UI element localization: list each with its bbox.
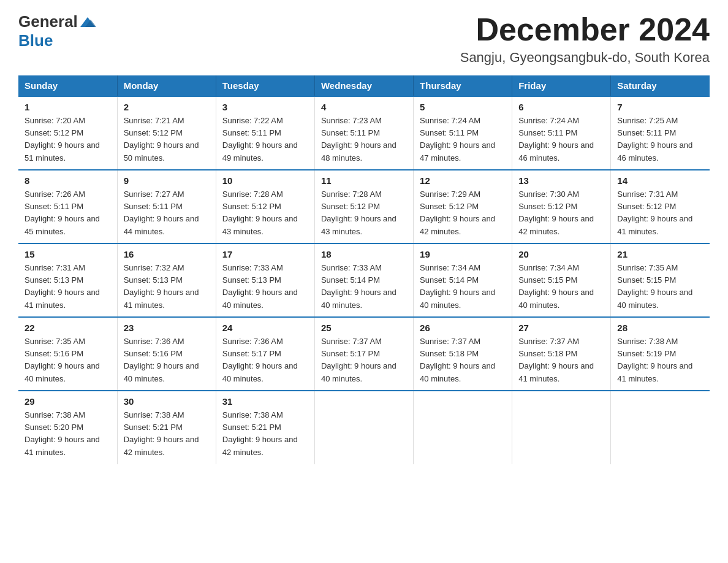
calendar-cell: 26 Sunrise: 7:37 AM Sunset: 5:18 PM Dayl… <box>414 317 512 391</box>
title-area: December 2024 Sangju, Gyeongsangbuk-do, … <box>460 12 710 66</box>
day-number: 28 <box>617 323 703 333</box>
col-sunday: Sunday <box>18 75 117 96</box>
calendar-cell: 30 Sunrise: 7:38 AM Sunset: 5:21 PM Dayl… <box>117 391 216 464</box>
day-number: 21 <box>617 249 703 259</box>
calendar-body: 1 Sunrise: 7:20 AM Sunset: 5:12 PM Dayli… <box>18 96 710 464</box>
calendar-cell: 13 Sunrise: 7:30 AM Sunset: 5:12 PM Dayl… <box>512 170 611 243</box>
calendar-cell: 8 Sunrise: 7:26 AM Sunset: 5:11 PM Dayli… <box>18 170 117 243</box>
col-thursday: Thursday <box>414 75 512 96</box>
day-info: Sunrise: 7:37 AM Sunset: 5:17 PM Dayligh… <box>321 335 407 385</box>
calendar-cell: 4 Sunrise: 7:23 AM Sunset: 5:11 PM Dayli… <box>314 96 413 170</box>
calendar-cell: 12 Sunrise: 7:29 AM Sunset: 5:12 PM Dayl… <box>414 170 512 243</box>
calendar-cell: 23 Sunrise: 7:36 AM Sunset: 5:16 PM Dayl… <box>117 317 216 391</box>
day-number: 2 <box>124 102 210 112</box>
day-number: 31 <box>222 396 308 407</box>
calendar-cell: 19 Sunrise: 7:34 AM Sunset: 5:14 PM Dayl… <box>414 243 512 317</box>
calendar-cell: 9 Sunrise: 7:27 AM Sunset: 5:11 PM Dayli… <box>117 170 216 243</box>
main-title: December 2024 <box>460 12 710 47</box>
calendar-week-5: 29 Sunrise: 7:38 AM Sunset: 5:20 PM Dayl… <box>18 391 710 464</box>
day-info: Sunrise: 7:28 AM Sunset: 5:12 PM Dayligh… <box>222 188 308 238</box>
day-number: 12 <box>420 175 506 186</box>
calendar-cell: 5 Sunrise: 7:24 AM Sunset: 5:11 PM Dayli… <box>414 96 512 170</box>
col-wednesday: Wednesday <box>314 75 413 96</box>
calendar-cell: 3 Sunrise: 7:22 AM Sunset: 5:11 PM Dayli… <box>216 96 314 170</box>
day-number: 4 <box>321 102 407 112</box>
day-info: Sunrise: 7:36 AM Sunset: 5:16 PM Dayligh… <box>124 335 210 385</box>
day-info: Sunrise: 7:24 AM Sunset: 5:11 PM Dayligh… <box>420 115 506 164</box>
calendar-cell: 16 Sunrise: 7:32 AM Sunset: 5:13 PM Dayl… <box>117 243 216 317</box>
day-info: Sunrise: 7:30 AM Sunset: 5:12 PM Dayligh… <box>518 188 604 238</box>
day-number: 19 <box>420 249 506 259</box>
calendar-header: Sunday Monday Tuesday Wednesday Thursday… <box>18 75 710 96</box>
col-monday: Monday <box>117 75 216 96</box>
day-info: Sunrise: 7:36 AM Sunset: 5:17 PM Dayligh… <box>222 335 308 385</box>
day-info: Sunrise: 7:38 AM Sunset: 5:20 PM Dayligh… <box>25 409 111 459</box>
calendar-cell <box>512 391 611 464</box>
calendar-cell: 10 Sunrise: 7:28 AM Sunset: 5:12 PM Dayl… <box>216 170 314 243</box>
day-info: Sunrise: 7:29 AM Sunset: 5:12 PM Dayligh… <box>420 188 506 238</box>
calendar-cell: 14 Sunrise: 7:31 AM Sunset: 5:12 PM Dayl… <box>611 170 710 243</box>
day-info: Sunrise: 7:34 AM Sunset: 5:14 PM Dayligh… <box>420 262 506 312</box>
day-number: 5 <box>420 102 506 112</box>
calendar-cell: 1 Sunrise: 7:20 AM Sunset: 5:12 PM Dayli… <box>18 96 117 170</box>
calendar-cell: 15 Sunrise: 7:31 AM Sunset: 5:13 PM Dayl… <box>18 243 117 317</box>
day-info: Sunrise: 7:22 AM Sunset: 5:11 PM Dayligh… <box>222 115 308 164</box>
day-info: Sunrise: 7:28 AM Sunset: 5:12 PM Dayligh… <box>321 188 407 238</box>
day-info: Sunrise: 7:38 AM Sunset: 5:21 PM Dayligh… <box>124 409 210 459</box>
col-friday: Friday <box>512 75 611 96</box>
calendar-cell: 24 Sunrise: 7:36 AM Sunset: 5:17 PM Dayl… <box>216 317 314 391</box>
day-info: Sunrise: 7:31 AM Sunset: 5:13 PM Dayligh… <box>25 262 111 312</box>
day-number: 26 <box>420 323 506 333</box>
day-info: Sunrise: 7:25 AM Sunset: 5:11 PM Dayligh… <box>617 115 703 164</box>
day-number: 15 <box>25 249 111 259</box>
day-number: 9 <box>124 175 210 186</box>
calendar-table: Sunday Monday Tuesday Wednesday Thursday… <box>18 75 710 464</box>
calendar-cell: 29 Sunrise: 7:38 AM Sunset: 5:20 PM Dayl… <box>18 391 117 464</box>
logo: General Blue <box>18 12 96 50</box>
page-header: General Blue December 2024 Sangju, Gyeon… <box>18 12 710 66</box>
day-info: Sunrise: 7:24 AM Sunset: 5:11 PM Dayligh… <box>518 115 604 164</box>
day-info: Sunrise: 7:34 AM Sunset: 5:15 PM Dayligh… <box>518 262 604 312</box>
day-number: 29 <box>25 396 111 407</box>
day-number: 25 <box>321 323 407 333</box>
day-info: Sunrise: 7:37 AM Sunset: 5:18 PM Dayligh… <box>420 335 506 385</box>
day-number: 22 <box>25 323 111 333</box>
logo-icon <box>79 13 96 31</box>
day-info: Sunrise: 7:27 AM Sunset: 5:11 PM Dayligh… <box>124 188 210 238</box>
day-info: Sunrise: 7:35 AM Sunset: 5:16 PM Dayligh… <box>25 335 111 385</box>
calendar-cell: 6 Sunrise: 7:24 AM Sunset: 5:11 PM Dayli… <box>512 96 611 170</box>
calendar-cell: 20 Sunrise: 7:34 AM Sunset: 5:15 PM Dayl… <box>512 243 611 317</box>
day-number: 11 <box>321 175 407 186</box>
calendar-cell: 11 Sunrise: 7:28 AM Sunset: 5:12 PM Dayl… <box>314 170 413 243</box>
day-number: 17 <box>222 249 308 259</box>
day-number: 1 <box>25 102 111 112</box>
day-number: 23 <box>124 323 210 333</box>
day-info: Sunrise: 7:21 AM Sunset: 5:12 PM Dayligh… <box>124 115 210 164</box>
calendar-cell: 21 Sunrise: 7:35 AM Sunset: 5:15 PM Dayl… <box>611 243 710 317</box>
day-info: Sunrise: 7:38 AM Sunset: 5:21 PM Dayligh… <box>222 409 308 459</box>
day-info: Sunrise: 7:33 AM Sunset: 5:13 PM Dayligh… <box>222 262 308 312</box>
calendar-cell <box>314 391 413 464</box>
calendar-cell: 7 Sunrise: 7:25 AM Sunset: 5:11 PM Dayli… <box>611 96 710 170</box>
day-info: Sunrise: 7:26 AM Sunset: 5:11 PM Dayligh… <box>25 188 111 238</box>
day-info: Sunrise: 7:20 AM Sunset: 5:12 PM Dayligh… <box>25 115 111 164</box>
day-info: Sunrise: 7:33 AM Sunset: 5:14 PM Dayligh… <box>321 262 407 312</box>
day-number: 16 <box>124 249 210 259</box>
calendar-week-4: 22 Sunrise: 7:35 AM Sunset: 5:16 PM Dayl… <box>18 317 710 391</box>
calendar-cell <box>611 391 710 464</box>
day-info: Sunrise: 7:35 AM Sunset: 5:15 PM Dayligh… <box>617 262 703 312</box>
day-info: Sunrise: 7:31 AM Sunset: 5:12 PM Dayligh… <box>617 188 703 238</box>
day-info: Sunrise: 7:23 AM Sunset: 5:11 PM Dayligh… <box>321 115 407 164</box>
logo-text-blue: Blue <box>18 31 53 50</box>
subtitle: Sangju, Gyeongsangbuk-do, South Korea <box>460 50 710 66</box>
calendar-cell: 27 Sunrise: 7:37 AM Sunset: 5:18 PM Dayl… <box>512 317 611 391</box>
header-row: Sunday Monday Tuesday Wednesday Thursday… <box>18 75 710 96</box>
col-saturday: Saturday <box>611 75 710 96</box>
calendar-cell <box>414 391 512 464</box>
logo-text-general: General <box>18 12 78 31</box>
day-number: 24 <box>222 323 308 333</box>
day-number: 14 <box>617 175 703 186</box>
day-number: 13 <box>518 175 604 186</box>
day-number: 7 <box>617 102 703 112</box>
day-number: 20 <box>518 249 604 259</box>
